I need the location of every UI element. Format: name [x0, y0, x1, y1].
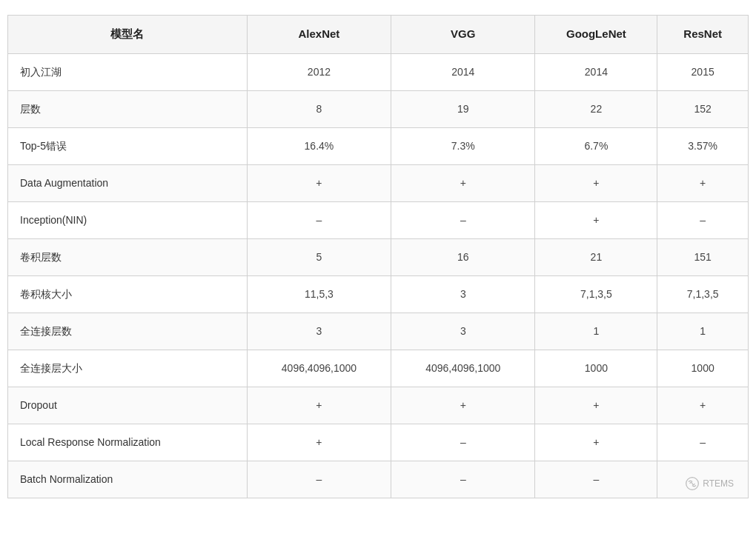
resnet-cell: –: [657, 424, 749, 461]
watermark-text: RTEMS: [703, 478, 734, 489]
table-row: Data Augmentation++++: [8, 164, 749, 201]
feature-cell: Local Response Normalization: [8, 424, 248, 461]
vgg-cell: –: [391, 201, 535, 238]
vgg-cell: 16: [391, 238, 535, 275]
feature-cell: 卷积核大小: [8, 275, 248, 313]
feature-cell: Dropout: [8, 387, 248, 424]
googlenet-cell: 21: [535, 238, 657, 275]
resnet-cell: 2015: [657, 53, 749, 90]
watermark: RTEMS: [685, 476, 734, 491]
table-header-row: 模型名 AlexNet VGG GoogLeNet ResNet: [8, 16, 749, 54]
feature-cell: 初入江湖: [8, 53, 248, 90]
resnet-cell: 7,1,3,5: [657, 275, 749, 313]
feature-cell: 层数: [8, 90, 248, 127]
alexnet-cell: 5: [247, 238, 391, 275]
vgg-cell: 4096,4096,1000: [391, 350, 535, 387]
feature-cell: Data Augmentation: [8, 164, 248, 201]
googlenet-cell: 2014: [535, 53, 657, 90]
vgg-cell: +: [391, 387, 535, 424]
googlenet-cell: –: [535, 461, 657, 498]
resnet-cell: 151: [657, 238, 749, 275]
googlenet-cell: +: [535, 387, 657, 424]
alexnet-cell: 4096,4096,1000: [247, 350, 391, 387]
col-header-alexnet: AlexNet: [247, 16, 391, 54]
alexnet-cell: 2012: [247, 53, 391, 90]
vgg-cell: 3: [391, 275, 535, 313]
googlenet-cell: +: [535, 201, 657, 238]
table-row: Dropout++++: [8, 387, 749, 424]
googlenet-cell: +: [535, 424, 657, 461]
col-header-model: 模型名: [8, 16, 248, 54]
table-row: Local Response Normalization+–+–: [8, 424, 749, 461]
alexnet-cell: +: [247, 164, 391, 201]
alexnet-cell: –: [247, 461, 391, 498]
resnet-cell: +: [657, 387, 749, 424]
googlenet-cell: 1000: [535, 350, 657, 387]
googlenet-cell: 7,1,3,5: [535, 275, 657, 313]
table-row: Top-5错误16.4%7.3%6.7%3.57%: [8, 127, 749, 164]
feature-cell: Inception(NIN): [8, 201, 248, 238]
col-header-resnet: ResNet: [657, 16, 749, 54]
alexnet-cell: –: [247, 201, 391, 238]
resnet-cell: 1: [657, 313, 749, 350]
alexnet-cell: +: [247, 387, 391, 424]
vgg-cell: 3: [391, 313, 535, 350]
watermark-logo-icon: [685, 476, 700, 491]
resnet-cell: 1000: [657, 350, 749, 387]
feature-cell: 全连接层大小: [8, 350, 248, 387]
vgg-cell: –: [391, 461, 535, 498]
alexnet-cell: 16.4%: [247, 127, 391, 164]
table-row: 层数81922152: [8, 90, 749, 127]
alexnet-cell: 11,5,3: [247, 275, 391, 313]
table-row: 卷积核大小11,5,337,1,3,57,1,3,5: [8, 275, 749, 313]
table-row: 卷积层数51621151: [8, 238, 749, 275]
feature-cell: 卷积层数: [8, 238, 248, 275]
alexnet-cell: 3: [247, 313, 391, 350]
table-wrapper: 模型名 AlexNet VGG GoogLeNet ResNet 初入江湖201…: [7, 15, 749, 498]
feature-cell: 全连接层数: [8, 313, 248, 350]
vgg-cell: 7.3%: [391, 127, 535, 164]
vgg-cell: +: [391, 164, 535, 201]
alexnet-cell: +: [247, 424, 391, 461]
googlenet-cell: +: [535, 164, 657, 201]
resnet-cell: 3.57%: [657, 127, 749, 164]
googlenet-cell: 1: [535, 313, 657, 350]
vgg-cell: –: [391, 424, 535, 461]
table-row: Batch Normalization–––: [8, 461, 749, 498]
vgg-cell: 19: [391, 90, 535, 127]
googlenet-cell: 22: [535, 90, 657, 127]
alexnet-cell: 8: [247, 90, 391, 127]
feature-cell: Top-5错误: [8, 127, 248, 164]
table-row: 初入江湖2012201420142015: [8, 53, 749, 90]
table-row: 全连接层数3311: [8, 313, 749, 350]
comparison-table: 模型名 AlexNet VGG GoogLeNet ResNet 初入江湖201…: [7, 15, 749, 498]
col-header-googlenet: GoogLeNet: [535, 16, 657, 54]
resnet-cell: +: [657, 164, 749, 201]
googlenet-cell: 6.7%: [535, 127, 657, 164]
watermark-container: 模型名 AlexNet VGG GoogLeNet ResNet 初入江湖201…: [7, 15, 749, 498]
col-header-vgg: VGG: [391, 16, 535, 54]
feature-cell: Batch Normalization: [8, 461, 248, 498]
resnet-cell: 152: [657, 90, 749, 127]
table-row: 全连接层大小4096,4096,10004096,4096,1000100010…: [8, 350, 749, 387]
vgg-cell: 2014: [391, 53, 535, 90]
resnet-cell: –: [657, 201, 749, 238]
table-row: Inception(NIN)––+–: [8, 201, 749, 238]
